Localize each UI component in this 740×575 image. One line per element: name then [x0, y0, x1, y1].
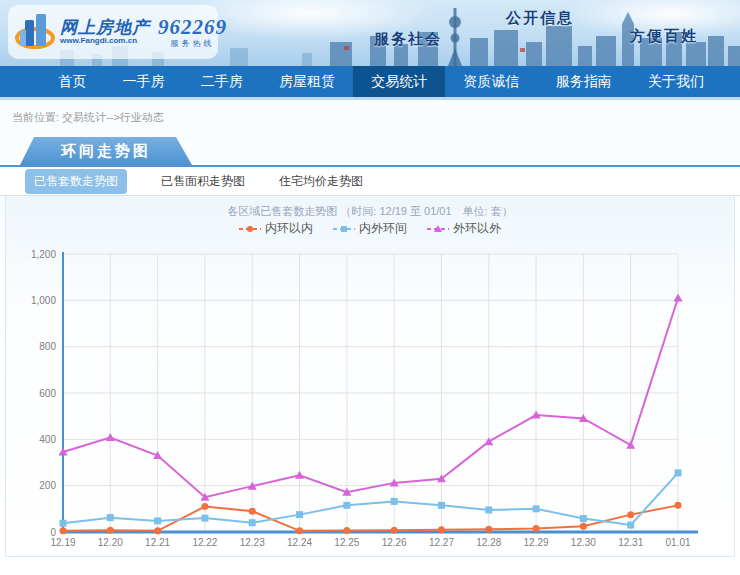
trend-line-chart: 02004006008001,0001,20012.1912.2012.2112… — [6, 196, 734, 555]
breadcrumb: 当前位置: 交易统计-->行业动态 — [12, 110, 740, 125]
slogan-serve-society: 服务社会 — [374, 30, 442, 49]
series-2 — [59, 294, 683, 501]
data-point — [485, 526, 492, 533]
data-point — [533, 525, 540, 532]
nav-item-0[interactable]: 首页 — [40, 66, 104, 97]
x-tick-label: 01.01 — [665, 537, 690, 548]
x-tick-label: 12.28 — [476, 537, 501, 548]
legend-item-0: 内环以内 — [239, 220, 313, 237]
y-tick-label: 1,000 — [31, 295, 56, 306]
logo-buildings-icon — [14, 10, 56, 54]
y-tick-label: 600 — [39, 388, 56, 399]
data-point — [626, 441, 635, 449]
x-tick-label: 12.26 — [382, 537, 407, 548]
data-point — [107, 514, 114, 521]
pearl-tower-silhouette — [448, 8, 462, 66]
section-title: 环间走势图 — [20, 137, 192, 165]
hotline: 962269 服务热线 — [158, 17, 227, 48]
data-point — [249, 519, 256, 526]
x-tick-label: 12.27 — [429, 537, 454, 548]
data-point — [154, 517, 161, 524]
data-point — [296, 527, 303, 534]
axis-labels: 02004006008001,0001,20012.1912.2012.2112… — [31, 249, 691, 549]
series-0 — [60, 502, 682, 534]
data-point — [675, 502, 682, 509]
data-point — [296, 511, 303, 518]
data-point — [675, 469, 682, 476]
chart-panel: 02004006008001,0001,20012.1912.2012.2112… — [5, 196, 735, 557]
slogan-convenience: 方便百姓 — [630, 27, 698, 46]
series-1 — [60, 469, 682, 528]
x-tick-label: 12.23 — [240, 537, 265, 548]
data-point — [533, 505, 540, 512]
nav-item-4[interactable]: 交易统计 — [353, 66, 445, 97]
y-tick-label: 200 — [39, 480, 56, 491]
nav-item-5[interactable]: 资质诚信 — [445, 66, 537, 97]
data-point — [438, 526, 445, 533]
nav-item-2[interactable]: 二手房 — [183, 66, 261, 97]
data-point — [438, 502, 445, 509]
main-nav: 首页一手房二手房房屋租赁交易统计资质诚信服务指南关于我们 — [0, 66, 740, 97]
legend-marker-triangle-icon — [427, 224, 449, 234]
nav-bottom-strip — [0, 97, 740, 100]
data-point — [627, 511, 634, 518]
legend-label: 内环以内 — [265, 220, 313, 237]
data-point — [391, 498, 398, 505]
data-point — [580, 523, 587, 530]
legend-marker-circle-icon — [239, 224, 261, 234]
legend-label: 外环以外 — [453, 220, 501, 237]
y-tick-label: 1,200 — [31, 249, 56, 260]
data-point — [484, 437, 493, 445]
x-tick-label: 12.29 — [524, 537, 549, 548]
series-line — [63, 298, 678, 497]
data-point — [343, 502, 350, 509]
data-point — [580, 515, 587, 522]
y-tick-label: 400 — [39, 434, 56, 445]
data-point — [107, 527, 114, 534]
chart-legend: 内环以内内外环间外环以外 — [6, 220, 734, 237]
data-point — [60, 520, 67, 527]
x-tick-label: 12.22 — [192, 537, 217, 548]
y-tick-label: 800 — [39, 341, 56, 352]
data-point — [154, 527, 161, 534]
hotline-label: 服务热线 — [158, 40, 227, 48]
site-url: www.Fangdi.com.cn — [60, 37, 150, 45]
legend-label: 内外环间 — [359, 220, 407, 237]
data-point — [201, 503, 208, 510]
chart-tab-2[interactable]: 住宅均价走势图 — [279, 173, 363, 190]
legend-marker-square-icon — [333, 224, 355, 234]
site-logo[interactable]: 网上房地产 www.Fangdi.com.cn 962269 服务热线 — [8, 5, 218, 59]
data-point — [674, 294, 683, 302]
data-point — [201, 515, 208, 522]
x-tick-label: 12.24 — [287, 537, 312, 548]
chart-tab-1[interactable]: 已售面积走势图 — [161, 173, 245, 190]
nav-item-6[interactable]: 服务指南 — [538, 66, 630, 97]
legend-item-2: 外环以外 — [427, 220, 501, 237]
site-name: 网上房地产 — [60, 19, 150, 37]
slogan-open-information: 公开信息 — [506, 9, 574, 28]
section-header-row: 环间走势图 — [0, 137, 740, 167]
x-tick-label: 12.20 — [98, 537, 123, 548]
hotline-number: 962269 — [158, 17, 227, 38]
x-tick-label: 12.30 — [571, 537, 596, 548]
grid — [63, 254, 678, 532]
data-point — [343, 527, 350, 534]
data-point — [391, 527, 398, 534]
site-header: 网上房地产 www.Fangdi.com.cn 962269 服务热线 服务社会… — [0, 0, 740, 66]
legend-item-1: 内外环间 — [333, 220, 407, 237]
chart-tab-0[interactable]: 已售套数走势图 — [25, 169, 127, 194]
data-point — [249, 508, 256, 515]
data-point — [485, 506, 492, 513]
nav-item-1[interactable]: 一手房 — [104, 66, 182, 97]
x-tick-label: 12.25 — [334, 537, 359, 548]
data-point — [295, 471, 304, 479]
nav-item-7[interactable]: 关于我们 — [630, 66, 722, 97]
footer-spacer — [0, 557, 740, 571]
chart-title: 各区域已售套数走势图 （时间: 12/19 至 01/01 单位: 套） — [6, 204, 734, 219]
nav-item-3[interactable]: 房屋租赁 — [261, 66, 353, 97]
chart-tab-bar: 已售套数走势图已售面积走势图住宅均价走势图 — [0, 167, 740, 196]
x-tick-label: 12.21 — [145, 537, 170, 548]
data-point — [106, 433, 115, 441]
x-tick-label: 12.19 — [50, 537, 75, 548]
data-point — [60, 527, 67, 534]
